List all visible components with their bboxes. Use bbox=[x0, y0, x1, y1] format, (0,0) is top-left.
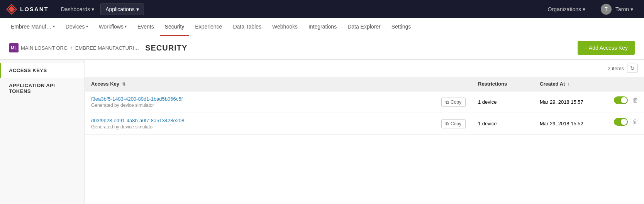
breadcrumb-app: EMBREE MANUFACTURI… bbox=[75, 45, 139, 51]
chevron-down-icon: ▾ bbox=[583, 6, 585, 12]
content-toolbar: 2 items ↻ bbox=[85, 60, 644, 77]
main-layout: ACCESS KEYS APPLICATION API TOKENS 2 ite… bbox=[0, 60, 644, 204]
subnav-webhooks[interactable]: Webhooks bbox=[268, 18, 302, 36]
subnav-experience[interactable]: Experience bbox=[190, 18, 227, 36]
actions-cell-1: 🗑 bbox=[611, 91, 644, 109]
chevron-down-icon: ▾ bbox=[136, 6, 139, 12]
item-count: 2 items bbox=[608, 66, 624, 71]
logo-icon bbox=[6, 4, 17, 15]
col-header-restrictions: Restrictions bbox=[472, 77, 534, 91]
copy-button-1[interactable]: ⧉ Copy bbox=[441, 98, 466, 107]
chevron-down-icon: ▾ bbox=[86, 24, 88, 29]
subnav-security[interactable]: Security bbox=[160, 18, 189, 36]
actions-cell-2: 🗑 bbox=[611, 113, 644, 131]
sidebar-item-api-tokens[interactable]: APPLICATION API TOKENS bbox=[0, 78, 85, 99]
key-source-1: Generated by device simulator bbox=[91, 103, 429, 108]
toggle-1[interactable] bbox=[614, 96, 628, 104]
add-access-key-button[interactable]: + Add Access Key bbox=[578, 41, 635, 55]
refresh-button[interactable]: ↻ bbox=[627, 64, 638, 73]
chevron-down-icon: ▾ bbox=[125, 24, 127, 29]
sidebar: ACCESS KEYS APPLICATION API TOKENS bbox=[0, 60, 85, 204]
table-body: f3ea3bf5-1483-4200-89d1-1bad5b066c5f Gen… bbox=[85, 91, 644, 135]
copy-button-2[interactable]: ⧉ Copy bbox=[441, 119, 466, 128]
subnav-settings[interactable]: Settings bbox=[387, 18, 416, 36]
col-header-actions bbox=[611, 77, 644, 91]
access-key-link-1[interactable]: f3ea3bf5-1483-4200-89d1-1bad5b066c5f bbox=[91, 96, 183, 102]
subnav-integrations[interactable]: Integrations bbox=[304, 18, 341, 36]
table-row: d03f9b28-ed91-4a8b-a0f7-8a513428e208 Gen… bbox=[85, 113, 644, 135]
chevron-down-icon: ▾ bbox=[630, 6, 633, 12]
key-cell-1: f3ea3bf5-1483-4200-89d1-1bad5b066c5f Gen… bbox=[85, 91, 435, 113]
breadcrumb: ML MAIN LOSANT ORG / EMBREE MANUFACTURI… bbox=[9, 43, 139, 52]
access-keys-table: Access Key ⇅ Restrictions Created At ↑ bbox=[85, 77, 644, 135]
nav-organizations[interactable]: Organizations ▾ bbox=[543, 4, 590, 15]
key-source-2: Generated by device simulator bbox=[91, 124, 429, 130]
breadcrumb-org: ML MAIN LOSANT ORG bbox=[9, 43, 68, 52]
toggle-2[interactable] bbox=[614, 118, 628, 126]
page-header: ML MAIN LOSANT ORG / EMBREE MANUFACTURI…… bbox=[0, 36, 644, 60]
access-key-link-2[interactable]: d03f9b28-ed91-4a8b-a0f7-8a513428e208 bbox=[91, 118, 184, 123]
logo-text: LOSANT bbox=[20, 6, 49, 12]
top-nav-links: Dashboards ▾ Applications ▾ bbox=[56, 3, 543, 15]
content-area: 2 items ↻ Access Key ⇅ Restrictions Crea… bbox=[85, 60, 644, 204]
restrictions-cell-2: 1 device bbox=[472, 113, 534, 135]
copy-icon: ⧉ bbox=[446, 99, 449, 105]
subnav-dataexplorer[interactable]: Data Explorer bbox=[343, 18, 385, 36]
page-title: SECURITY bbox=[145, 44, 187, 52]
sort-icon[interactable]: ⇅ bbox=[122, 82, 125, 86]
copy-icon: ⧉ bbox=[446, 121, 449, 126]
table-row: f3ea3bf5-1483-4200-89d1-1bad5b066c5f Gen… bbox=[85, 91, 644, 113]
created-cell-1: Mar 29, 2018 15:57 bbox=[534, 91, 611, 113]
subnav-devices[interactable]: Devices ▾ bbox=[61, 18, 93, 36]
sort-icon[interactable]: ↑ bbox=[568, 82, 570, 86]
subnav-app[interactable]: Embree Manuf… ▾ bbox=[6, 18, 59, 36]
restrictions-cell-1: 1 device bbox=[472, 91, 534, 113]
delete-button-1[interactable]: 🗑 bbox=[630, 96, 641, 105]
subnav-events[interactable]: Events bbox=[133, 18, 159, 36]
copy-cell-2: ⧉ Copy bbox=[435, 113, 472, 135]
delete-button-2[interactable]: 🗑 bbox=[630, 118, 641, 126]
nav-applications[interactable]: Applications ▾ bbox=[100, 3, 144, 15]
top-navigation: LOSANT Dashboards ▾ Applications ▾ Organ… bbox=[0, 0, 644, 18]
copy-cell-1: ⧉ Copy bbox=[435, 91, 472, 113]
top-nav-right: Organizations ▾ T Taron ▾ bbox=[543, 2, 638, 17]
col-header-copy bbox=[435, 77, 472, 91]
org-badge: ML bbox=[9, 43, 19, 52]
created-cell-2: Mar 29, 2018 15:52 bbox=[534, 113, 611, 135]
user-menu[interactable]: T Taron ▾ bbox=[596, 2, 638, 17]
table-header: Access Key ⇅ Restrictions Created At ↑ bbox=[85, 77, 644, 91]
logo[interactable]: LOSANT bbox=[6, 4, 49, 15]
sidebar-item-access-keys[interactable]: ACCESS KEYS bbox=[0, 63, 85, 78]
avatar: T bbox=[601, 4, 612, 15]
col-header-key: Access Key ⇅ bbox=[85, 77, 435, 91]
chevron-down-icon: ▾ bbox=[92, 6, 94, 12]
subnav-workflows[interactable]: Workflows ▾ bbox=[94, 18, 131, 36]
nav-dashboards[interactable]: Dashboards ▾ bbox=[56, 4, 99, 15]
breadcrumb-separator: / bbox=[71, 45, 72, 51]
chevron-down-icon: ▾ bbox=[53, 24, 55, 29]
subnav-datatables[interactable]: Data Tables bbox=[228, 18, 266, 36]
sub-navigation: Embree Manuf… ▾ Devices ▾ Workflows ▾ Ev… bbox=[0, 18, 644, 36]
col-header-created: Created At ↑ bbox=[534, 77, 611, 91]
key-cell-2: d03f9b28-ed91-4a8b-a0f7-8a513428e208 Gen… bbox=[85, 113, 435, 135]
